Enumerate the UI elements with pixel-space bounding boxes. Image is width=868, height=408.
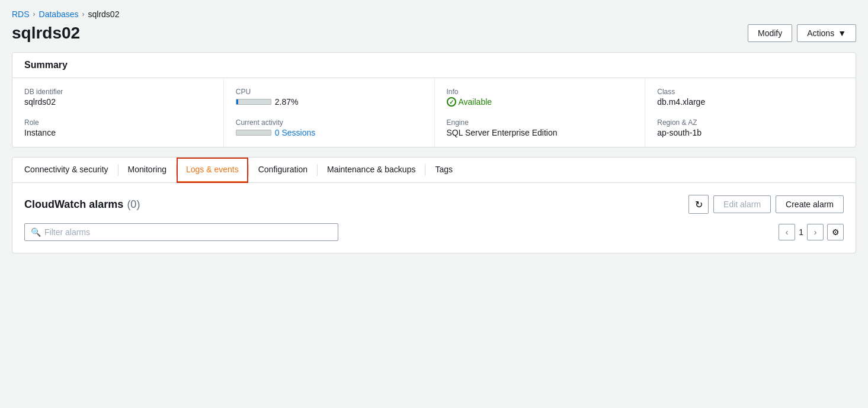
cloudwatch-header: CloudWatch alarms (0) ↻ Edit alarm Creat… [24,195,844,214]
cloudwatch-title: CloudWatch alarms [24,198,123,211]
tab-connectivity[interactable]: Connectivity & security [15,158,118,183]
cpu-label: CPU [236,88,422,96]
tab-tags[interactable]: Tags [425,158,462,183]
role-label: Role [24,118,212,127]
create-alarm-button[interactable]: Create alarm [776,195,844,213]
cloudwatch-count: (0) [127,198,140,211]
tab-configuration[interactable]: Configuration [249,158,317,183]
settings-button[interactable]: ⚙ [827,224,844,240]
region-label: Region & AZ [657,118,844,127]
summary-title: Summary [24,60,68,70]
region-value: ap-south-1b [657,128,844,137]
role-section: Role Instance [24,118,212,137]
summary-col-4: Class db.m4.xlarge Region & AZ ap-south-… [645,78,856,147]
breadcrumb-rds[interactable]: RDS [12,9,30,19]
modify-button[interactable]: Modify [748,24,792,42]
info-section: Info ✓ Available [447,88,633,107]
cpu-section: CPU 2.87% [236,88,422,107]
page-title: sqlrds02 [12,24,80,43]
engine-label: Engine [447,118,633,127]
db-identifier-label: DB identifier [24,88,212,96]
actions-label: Actions [807,28,834,38]
breadcrumb-databases[interactable]: Databases [39,9,79,19]
filter-row: 🔍 ‹ 1 › ⚙ [24,223,844,241]
tab-monitoring[interactable]: Monitoring [118,158,176,183]
engine-value: SQL Server Enterprise Edition [447,128,633,137]
tabs-section: Connectivity & security Monitoring Logs … [12,157,856,253]
cpu-bar [236,99,271,105]
available-text: Available [459,97,492,107]
filter-input[interactable] [44,227,332,237]
cpu-bar-fill [236,99,238,104]
role-value: Instance [24,128,212,137]
refresh-button[interactable]: ↻ [688,195,709,214]
db-identifier-value: sqlrds02 [24,97,212,107]
summary-col-1: DB identifier sqlrds02 Role Instance [12,78,223,147]
next-arrow-icon: › [814,227,817,237]
summary-col-2: CPU 2.87% Current activity 0 Sessions [223,78,434,147]
info-value: ✓ Available [447,97,633,107]
actions-arrow-icon: ▼ [838,28,846,38]
next-page-button[interactable]: › [807,224,824,240]
search-bar[interactable]: 🔍 [24,223,338,241]
breadcrumb-current: sqlrds02 [88,9,120,19]
current-activity-label: Current activity [236,118,422,127]
page-header: sqlrds02 Modify Actions ▼ [12,24,856,43]
summary-card: Summary DB identifier sqlrds02 Role Inst… [12,52,856,147]
db-identifier-section: DB identifier sqlrds02 [24,88,212,107]
edit-alarm-button[interactable]: Edit alarm [713,195,771,213]
summary-col-3: Info ✓ Available Engine SQL Server Enter… [434,78,645,147]
breadcrumb: RDS › Databases › sqlrds02 [12,9,856,19]
gear-icon: ⚙ [832,227,840,237]
pagination-row: ‹ 1 › ⚙ [779,224,844,240]
header-actions: Modify Actions ▼ [748,24,856,42]
sessions-bar [236,130,271,136]
cpu-bar-container: 2.87% [236,97,422,107]
info-label: Info [447,88,633,96]
class-label: Class [657,88,844,96]
class-section: Class db.m4.xlarge [657,88,844,107]
class-value: db.m4.xlarge [657,97,844,107]
page-number: 1 [799,227,803,237]
refresh-icon: ↻ [695,199,703,210]
prev-arrow-icon: ‹ [786,227,789,237]
sessions-link[interactable]: 0 Sessions [275,128,315,137]
tabs-bar: Connectivity & security Monitoring Logs … [12,157,856,183]
summary-header: Summary [12,53,856,78]
tab-logs[interactable]: Logs & events [177,158,248,183]
prev-page-button[interactable]: ‹ [779,224,795,240]
region-section: Region & AZ ap-south-1b [657,118,844,137]
summary-grid: DB identifier sqlrds02 Role Instance CPU [12,78,856,147]
engine-section: Engine SQL Server Enterprise Edition [447,118,633,137]
sessions-bar-container: 0 Sessions [236,128,422,137]
breadcrumb-sep-2: › [82,10,85,18]
cloudwatch-title-group: CloudWatch alarms (0) [24,198,140,211]
cloudwatch-actions: ↻ Edit alarm Create alarm [688,195,844,214]
breadcrumb-sep-1: › [33,10,36,18]
tab-maintenance[interactable]: Maintenance & backups [318,158,425,183]
logs-events-content: CloudWatch alarms (0) ↻ Edit alarm Creat… [12,183,856,253]
search-icon: 🔍 [31,227,41,237]
cpu-percent: 2.87% [275,97,299,107]
actions-button[interactable]: Actions ▼ [797,24,856,42]
available-check-icon: ✓ [447,97,456,107]
current-activity-section: Current activity 0 Sessions [236,118,422,137]
